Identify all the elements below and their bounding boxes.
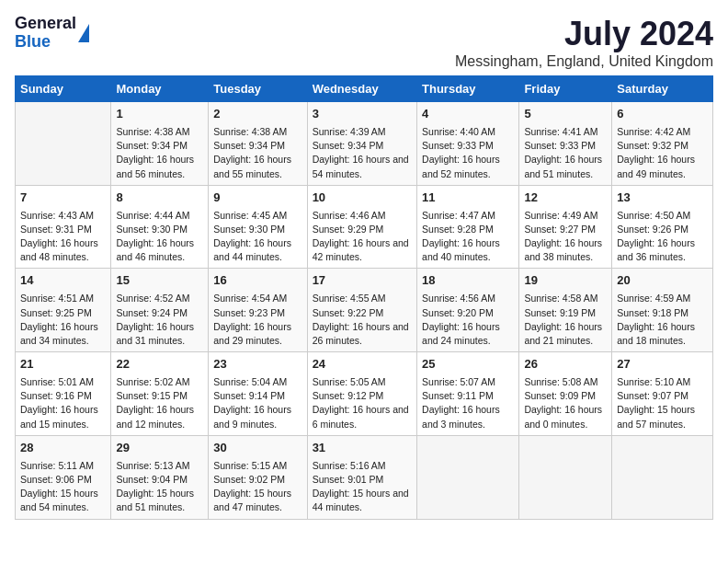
day-cell-10: 10Sunrise: 4:46 AMSunset: 9:29 PMDayligh… (307, 185, 416, 269)
day-cell-6: 6Sunrise: 4:42 AMSunset: 9:32 PMDaylight… (612, 102, 713, 186)
day-info: Daylight: 16 hours and 42 minutes. (313, 236, 412, 264)
day-info: Daylight: 16 hours and 0 minutes. (524, 403, 607, 431)
day-number: 15 (116, 272, 203, 290)
day-cell-7: 7Sunrise: 4:43 AMSunset: 9:31 PMDaylight… (16, 185, 111, 269)
day-info: Sunset: 9:25 PM (20, 306, 106, 320)
day-cell-23: 23Sunrise: 5:04 AMSunset: 9:14 PMDayligh… (209, 352, 307, 436)
week-row-1: 7Sunrise: 4:43 AMSunset: 9:31 PMDaylight… (16, 185, 713, 269)
day-info: Daylight: 16 hours and 3 minutes. (422, 403, 514, 431)
day-info: Sunset: 9:02 PM (213, 473, 301, 487)
day-info: Sunrise: 4:44 AM (116, 209, 203, 223)
day-cell-14: 14Sunrise: 4:51 AMSunset: 9:25 PMDayligh… (16, 269, 111, 352)
day-cell-18: 18Sunrise: 4:56 AMSunset: 9:20 PMDayligh… (417, 269, 519, 352)
day-number: 19 (524, 272, 607, 290)
calendar-table: SundayMondayTuesdayWednesdayThursdayFrid… (15, 75, 713, 520)
calendar-header-row: SundayMondayTuesdayWednesdayThursdayFrid… (16, 76, 713, 102)
day-number: 10 (313, 190, 412, 207)
day-number: 31 (313, 440, 412, 457)
day-info: Sunrise: 5:08 AM (524, 375, 607, 389)
day-cell-26: 26Sunrise: 5:08 AMSunset: 9:09 PMDayligh… (519, 352, 612, 436)
day-info: Sunset: 9:06 PM (20, 473, 106, 487)
day-info: Sunrise: 5:11 AM (20, 459, 106, 473)
day-info: Sunrise: 4:45 AM (213, 209, 301, 223)
day-number: 17 (313, 272, 412, 290)
day-info: Daylight: 16 hours and 21 minutes. (524, 320, 607, 348)
day-info: Sunrise: 4:40 AM (422, 125, 514, 139)
day-info: Sunrise: 4:47 AM (422, 209, 514, 223)
page-header: General Blue July 2024 Messingham, Engla… (15, 15, 713, 70)
day-number: 21 (20, 356, 106, 373)
logo-blue: Blue (15, 33, 76, 52)
day-info: Sunset: 9:14 PM (213, 389, 301, 403)
day-info: Sunrise: 4:42 AM (617, 125, 708, 139)
empty-cell (519, 435, 612, 519)
day-info: Sunset: 9:30 PM (213, 223, 301, 236)
day-info: Daylight: 16 hours and 6 minutes. (313, 403, 412, 431)
week-row-3: 21Sunrise: 5:01 AMSunset: 9:16 PMDayligh… (16, 352, 713, 436)
day-number: 13 (617, 190, 708, 207)
day-info: Daylight: 16 hours and 12 minutes. (116, 403, 203, 431)
day-info: Sunrise: 4:38 AM (116, 125, 203, 139)
day-cell-21: 21Sunrise: 5:01 AMSunset: 9:16 PMDayligh… (16, 352, 111, 436)
day-info: Sunset: 9:34 PM (116, 139, 203, 153)
day-number: 16 (213, 272, 301, 290)
day-info: Sunrise: 4:52 AM (116, 292, 203, 305)
day-number: 5 (524, 106, 607, 123)
day-info: Sunrise: 4:54 AM (213, 292, 301, 305)
day-info: Sunrise: 4:50 AM (617, 209, 708, 223)
day-info: Daylight: 16 hours and 48 minutes. (20, 236, 106, 264)
day-info: Sunset: 9:28 PM (422, 223, 514, 236)
day-info: Daylight: 16 hours and 52 minutes. (422, 153, 514, 180)
day-cell-31: 31Sunrise: 5:16 AMSunset: 9:01 PMDayligh… (307, 435, 416, 519)
week-row-4: 28Sunrise: 5:11 AMSunset: 9:06 PMDayligh… (16, 435, 713, 519)
empty-cell (612, 435, 713, 519)
day-info: Sunset: 9:20 PM (422, 306, 514, 320)
day-number: 9 (213, 190, 301, 207)
day-info: Daylight: 16 hours and 44 minutes. (213, 236, 301, 264)
day-info: Sunset: 9:04 PM (116, 473, 203, 487)
day-info: Sunset: 9:32 PM (617, 139, 708, 153)
day-number: 27 (617, 356, 708, 373)
day-info: Daylight: 16 hours and 49 minutes. (617, 153, 708, 180)
day-cell-16: 16Sunrise: 4:54 AMSunset: 9:23 PMDayligh… (209, 269, 307, 352)
logo-general: General (15, 15, 76, 33)
header-tuesday: Tuesday (209, 76, 307, 102)
day-info: Sunset: 9:16 PM (20, 389, 106, 403)
header-thursday: Thursday (417, 76, 519, 102)
day-info: Sunset: 9:26 PM (617, 223, 708, 236)
day-cell-25: 25Sunrise: 5:07 AMSunset: 9:11 PMDayligh… (417, 352, 519, 436)
header-monday: Monday (111, 76, 209, 102)
empty-cell (417, 435, 519, 519)
location: Messingham, England, United Kingdom (455, 53, 713, 70)
day-number: 25 (422, 356, 514, 373)
day-info: Sunset: 9:33 PM (524, 139, 607, 153)
day-number: 3 (313, 106, 412, 123)
day-info: Sunrise: 4:55 AM (313, 292, 412, 305)
week-row-2: 14Sunrise: 4:51 AMSunset: 9:25 PMDayligh… (16, 269, 713, 352)
day-info: Sunrise: 5:01 AM (20, 375, 106, 389)
day-info: Daylight: 16 hours and 34 minutes. (20, 320, 106, 348)
day-info: Sunrise: 4:59 AM (617, 292, 708, 305)
day-info: Sunrise: 4:49 AM (524, 209, 607, 223)
day-info: Sunset: 9:27 PM (524, 223, 607, 236)
day-info: Daylight: 16 hours and 9 minutes. (213, 403, 301, 431)
day-info: Sunrise: 4:46 AM (313, 209, 412, 223)
day-info: Sunset: 9:18 PM (617, 306, 708, 320)
day-cell-2: 2Sunrise: 4:38 AMSunset: 9:34 PMDaylight… (209, 102, 307, 186)
day-cell-17: 17Sunrise: 4:55 AMSunset: 9:22 PMDayligh… (307, 269, 416, 352)
day-cell-13: 13Sunrise: 4:50 AMSunset: 9:26 PMDayligh… (612, 185, 713, 269)
day-number: 28 (20, 440, 106, 457)
day-info: Daylight: 16 hours and 26 minutes. (313, 320, 412, 348)
day-info: Sunset: 9:07 PM (617, 389, 708, 403)
day-info: Sunset: 9:34 PM (313, 139, 412, 153)
day-info: Sunset: 9:12 PM (313, 389, 412, 403)
month-title: July 2024 (455, 15, 713, 53)
day-cell-20: 20Sunrise: 4:59 AMSunset: 9:18 PMDayligh… (612, 269, 713, 352)
day-info: Sunset: 9:29 PM (313, 223, 412, 236)
day-cell-5: 5Sunrise: 4:41 AMSunset: 9:33 PMDaylight… (519, 102, 612, 186)
day-info: Sunset: 9:34 PM (213, 139, 301, 153)
day-info: Daylight: 16 hours and 18 minutes. (617, 320, 708, 348)
day-cell-8: 8Sunrise: 4:44 AMSunset: 9:30 PMDaylight… (111, 185, 209, 269)
day-number: 1 (116, 106, 203, 123)
logo-triangle-icon (78, 24, 89, 42)
